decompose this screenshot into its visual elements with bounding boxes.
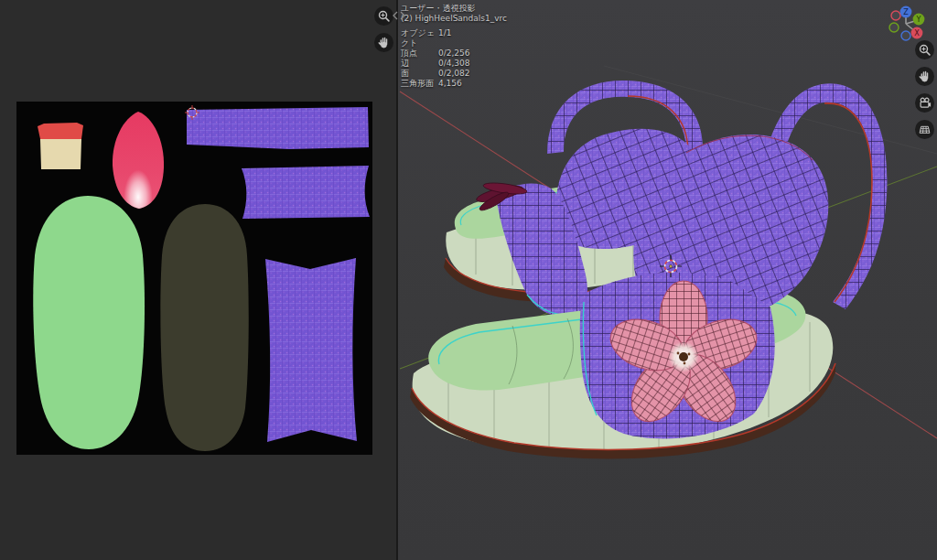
gizmo-axis-x[interactable]: X xyxy=(911,27,923,39)
uv-island-strap-mid xyxy=(242,166,370,219)
active-object-label: (2) HighHeelSandals1_vrc xyxy=(401,14,507,24)
editor-corner-toggle-icon[interactable] xyxy=(393,11,405,20)
svg-text:X: X xyxy=(914,29,920,38)
uv-image-editor[interactable] xyxy=(0,0,396,560)
viewport-zoom-button[interactable] xyxy=(915,40,934,59)
stat-faces: 面 0/2,082 xyxy=(401,69,507,79)
camera-icon xyxy=(918,96,932,110)
hand-icon xyxy=(377,36,391,49)
gizmo-axis-neg-x[interactable] xyxy=(891,11,900,20)
viewport-perspective-toggle-button[interactable] xyxy=(915,120,934,139)
uv-island-heel-block xyxy=(38,123,83,169)
perspective-grid-icon xyxy=(918,123,932,136)
uv-texture-image xyxy=(16,102,372,455)
uv-island-strap-tall xyxy=(265,258,357,442)
blender-window: ユーザー・透視投影 (2) HighHeelSandals1_vrc オブジェク… xyxy=(0,0,937,560)
uv-island-insole xyxy=(33,196,145,449)
hand-icon xyxy=(918,70,932,83)
search-icon xyxy=(377,9,391,23)
gizmo-axis-neg-z[interactable] xyxy=(901,31,910,40)
viewport-3d[interactable]: ユーザー・透視投影 (2) HighHeelSandals1_vrc オブジェク… xyxy=(398,0,937,560)
viewport-pan-button[interactable] xyxy=(915,67,934,86)
svg-text:Y: Y xyxy=(916,16,921,24)
stat-vertices: 頂点 0/2,256 xyxy=(401,48,507,59)
stat-triangles: 三角形面 4,156 xyxy=(401,79,507,89)
uv-pan-button[interactable] xyxy=(374,33,393,52)
viewport-stats-overlay: ユーザー・透視投影 (2) HighHeelSandals1_vrc オブジェク… xyxy=(401,4,507,89)
stat-objects: オブジェクト 1/1 xyxy=(401,28,507,48)
gizmo-axis-z[interactable]: Z xyxy=(900,6,912,18)
uv-zoom-button[interactable] xyxy=(374,6,393,26)
viewport-camera-view-button[interactable] xyxy=(915,93,934,113)
view-label: ユーザー・透視投影 xyxy=(401,4,507,14)
gizmo-axis-y[interactable]: Y xyxy=(913,14,925,26)
uv-island-outsole xyxy=(160,204,248,451)
svg-text:Z: Z xyxy=(903,8,909,16)
stat-edges: 辺 0/4,308 xyxy=(401,59,507,69)
uv-island-strap-long xyxy=(187,107,369,149)
search-icon xyxy=(918,43,932,57)
gizmo-axis-neg-y[interactable] xyxy=(889,23,899,32)
